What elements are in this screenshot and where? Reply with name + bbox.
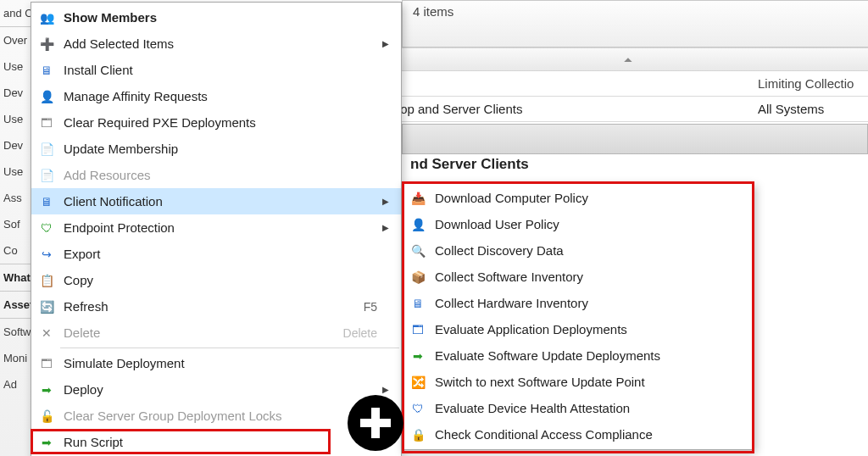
menu-item-client-notification[interactable]: 🖥Client Notification▶ (31, 188, 401, 214)
expander-bar[interactable] (388, 47, 868, 71)
add-res-icon: 📄 (38, 167, 55, 184)
submenu-item-download-user-policy[interactable]: 👤Download User Policy (403, 211, 754, 237)
menu-item-update-membership[interactable]: 📄Update Membership (31, 136, 401, 162)
run-script-icon: ➡ (38, 434, 55, 451)
menu-item-label: Copy (64, 273, 331, 287)
menu-item-label: Refresh (64, 299, 331, 314)
bg-label: What (0, 264, 31, 291)
menu-item-label: Install Client (64, 63, 331, 77)
submenu-item-label: Download User Policy (435, 217, 750, 231)
copy-icon: 📋 (38, 272, 55, 289)
update-icon: 📄 (38, 141, 55, 158)
menu-item-label: Client Notification (64, 194, 331, 209)
submenu-item-evaluate-device-health-attestation[interactable]: 🛡Evaluate Device Health Attestation (403, 395, 754, 421)
submenu-item-collect-discovery-data[interactable]: 🔍Collect Discovery Data (403, 237, 754, 264)
submenu-arrow-icon: ▶ (382, 385, 398, 394)
submenu-item-label: Evaluate Device Health Attestation (435, 401, 750, 415)
bg-item: Co (0, 237, 31, 264)
context-menu: 👥Show Members➕Add Selected Items▶🖥Instal… (31, 2, 402, 456)
bg-item: Dev (0, 80, 31, 106)
simulate-icon: 🗔 (38, 355, 55, 372)
menu-item-clear-server-group-deployment-locks: 🔓Clear Server Group Deployment Locks (31, 403, 401, 429)
menu-item-run-script[interactable]: ➡Run Script (31, 429, 401, 455)
menu-item-shortcut: Delete (331, 326, 382, 340)
add-icon: ➕ (38, 36, 55, 53)
menu-item-show-members[interactable]: 👥Show Members (31, 4, 401, 31)
limiting-collection-header[interactable]: Limiting Collectio (749, 71, 868, 97)
menu-item-label: Add Resources (64, 168, 331, 182)
submenu-item-label: Evaluate Application Deployments (435, 322, 750, 336)
col-spacer (388, 71, 749, 97)
items-count-label: 4 items (413, 4, 453, 19)
submenu-arrow-icon: ▶ (382, 39, 398, 48)
menu-item-shortcut: F5 (331, 300, 382, 314)
submenu-item-label: Check Conditional Access Compliance (435, 427, 750, 442)
detail-row-limiting[interactable]: All Systems (749, 97, 868, 122)
conditional-access-icon: 🔒 (409, 426, 426, 443)
submenu-item-label: Collect Software Inventory (435, 270, 750, 284)
menu-item-label: Add Selected Items (64, 36, 331, 51)
client-notification-submenu: 📥Download Computer Policy👤Download User … (402, 182, 754, 450)
menu-item-endpoint-protection[interactable]: 🛡Endpoint Protection▶ (31, 214, 401, 241)
eval-app-icon: 🗔 (409, 321, 426, 338)
export-icon: ↪ (38, 246, 55, 263)
submenu-arrow-icon: ▶ (382, 223, 398, 232)
menu-item-manage-affinity-requests[interactable]: 👤Manage Affinity Requests (31, 83, 401, 109)
menu-item-add-selected-items[interactable]: ➕Add Selected Items▶ (31, 31, 401, 57)
menu-item-label: Simulate Deployment (64, 356, 331, 370)
bg-item: Sof (0, 211, 31, 237)
menu-item-export[interactable]: ↪Export (31, 241, 401, 267)
menu-item-label: Clear Required PXE Deployments (64, 115, 331, 130)
menu-separator (60, 348, 399, 348)
menu-item-label: Deploy (64, 382, 331, 397)
submenu-item-label: Collect Discovery Data (435, 243, 750, 258)
bg-item: Use (0, 53, 31, 80)
menu-item-refresh[interactable]: 🔄RefreshF5 (31, 293, 401, 320)
submenu-item-switch-to-next-software-update-point[interactable]: 🔀Switch to next Software Update Point (403, 369, 754, 395)
menu-item-clear-required-pxe-deployments[interactable]: 🗔Clear Required PXE Deployments (31, 109, 401, 136)
submenu-item-collect-software-inventory[interactable]: 📦Collect Software Inventory (403, 264, 754, 290)
items-count-bar: 4 items (402, 0, 868, 47)
submenu-item-label: Collect Hardware Inventory (435, 296, 750, 310)
download-user-policy-icon: 👤 (409, 216, 426, 233)
device-health-icon: 🛡 (409, 400, 426, 417)
plus-badge-icon (348, 395, 403, 451)
endpoint-icon: 🛡 (38, 220, 55, 236)
download-policy-icon: 📥 (409, 190, 426, 207)
discovery-icon: 🔍 (409, 242, 426, 259)
background-sidebar: and C Over Use Dev Use Dev Use Ass Sof C… (0, 0, 31, 456)
submenu-item-evaluate-software-update-deployments[interactable]: ➡Evaluate Software Update Deployments (403, 342, 754, 369)
bg-item: Dev (0, 132, 31, 158)
bg-label: Asset (0, 292, 31, 318)
menu-item-simulate-deployment[interactable]: 🗔Simulate Deployment (31, 350, 401, 376)
submenu-item-check-conditional-access-compliance[interactable]: 🔒Check Conditional Access Compliance (403, 421, 754, 448)
members-icon: 👥 (38, 9, 55, 26)
submenu-item-label: Switch to next Software Update Point (435, 375, 750, 389)
affinity-icon: 👤 (38, 88, 55, 105)
menu-item-label: Endpoint Protection (64, 220, 331, 235)
detail-row-name[interactable]: top and Server Clients (388, 97, 749, 122)
bg-item: Use (0, 106, 31, 132)
install-icon: 🖥 (38, 62, 55, 79)
subtitle-bar (402, 124, 868, 154)
submenu-item-evaluate-application-deployments[interactable]: 🗔Evaluate Application Deployments (403, 316, 754, 342)
detail-area: Limiting Collectio top and Server Client… (388, 47, 868, 122)
menu-item-install-client[interactable]: 🖥Install Client (31, 57, 401, 83)
bg-item: and C (0, 0, 31, 26)
menu-item-label: Delete (64, 325, 331, 340)
sw-inventory-icon: 📦 (409, 269, 426, 286)
bg-label: Moni (0, 345, 31, 371)
deploy-icon: ➡ (38, 381, 55, 398)
detail-table: Limiting Collectio top and Server Client… (388, 71, 868, 122)
submenu-item-label: Download Computer Policy (435, 191, 750, 205)
submenu-item-label: Evaluate Software Update Deployments (435, 348, 750, 363)
submenu-item-collect-hardware-inventory[interactable]: 🖥Collect Hardware Inventory (403, 290, 754, 316)
clear-pxe-icon: 🗔 (38, 114, 55, 131)
switch-sup-icon: 🔀 (409, 374, 426, 391)
menu-item-copy[interactable]: 📋Copy (31, 267, 401, 293)
submenu-item-download-computer-policy[interactable]: 📥Download Computer Policy (403, 185, 754, 211)
menu-item-label: Export (64, 247, 331, 261)
menu-item-deploy[interactable]: ➡Deploy▶ (31, 376, 401, 403)
bg-item: Use (0, 158, 31, 185)
bg-label: Softw (0, 319, 31, 345)
